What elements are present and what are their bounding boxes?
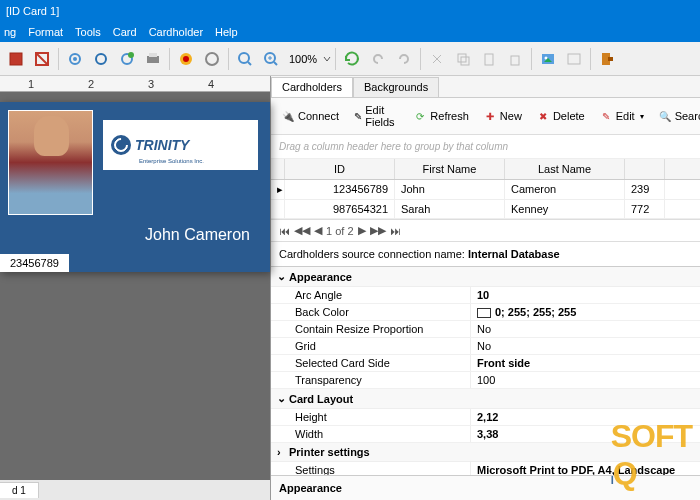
pager-back-icon[interactable]: ◀	[314, 224, 322, 237]
cardholder-grid: ID First Name Last Name ▸ 123456789 John…	[271, 159, 700, 220]
col-firstname[interactable]: First Name	[395, 159, 505, 179]
menu-item-cardholder[interactable]: Cardholder	[149, 26, 203, 38]
prop-row[interactable]: Back Color0; 255; 255; 255	[271, 304, 700, 321]
new-button[interactable]: ✚New	[479, 107, 526, 125]
menu-item-tools[interactable]: Tools	[75, 26, 101, 38]
delete-button[interactable]: ✖Delete	[532, 107, 589, 125]
pager-status: 1 of 2	[326, 225, 354, 237]
print-icon[interactable]	[141, 47, 165, 71]
zoom-level[interactable]: 100%	[285, 53, 321, 65]
record-icon[interactable]	[200, 47, 224, 71]
connect-button[interactable]: 🔌Connect	[277, 107, 343, 125]
logo-text: TRINITY	[135, 137, 189, 153]
grid-pager: ⏮ ◀◀ ◀ 1 of 2 ▶ ▶▶ ⏭	[271, 220, 700, 242]
prop-row[interactable]: Selected Card SideFront side	[271, 355, 700, 372]
prop-row[interactable]: SettingsMicrosoft Print to PDF, A4, Land…	[271, 462, 700, 475]
svg-rect-9	[149, 53, 157, 57]
pager-last-icon[interactable]: ⏭	[390, 225, 401, 237]
cardholder-name[interactable]: John Cameron	[145, 226, 250, 244]
image2-icon[interactable]	[562, 47, 586, 71]
menu-item-help[interactable]: Help	[215, 26, 238, 38]
property-grid: ⌄Appearance Arc Angle10 Back Color0; 255…	[271, 267, 700, 475]
canvas-tab[interactable]: d 1	[0, 482, 39, 498]
zoom-control: 100%	[233, 47, 331, 71]
svg-line-2	[36, 53, 48, 65]
col-id[interactable]: ID	[285, 159, 395, 179]
copy-icon[interactable]	[451, 47, 475, 71]
menu-item-format[interactable]: Format	[28, 26, 63, 38]
edit-fields-button[interactable]: ✎Edit Fields	[349, 102, 403, 130]
svg-point-13	[239, 53, 249, 63]
property-description: Appearance	[271, 475, 700, 500]
group-printer[interactable]: ›Printer settings	[271, 443, 700, 462]
pager-next-icon[interactable]: ▶	[358, 224, 366, 237]
tab-cardholders[interactable]: Cardholders	[271, 77, 353, 97]
cardholder-id[interactable]: 23456789	[0, 254, 69, 272]
cut-icon[interactable]	[425, 47, 449, 71]
svg-point-11	[183, 56, 189, 62]
menu-item[interactable]: ng	[4, 26, 16, 38]
refresh-icon[interactable]	[340, 47, 364, 71]
col-selector[interactable]	[271, 159, 285, 179]
tab-backgrounds[interactable]: Backgrounds	[353, 77, 439, 97]
prop-row[interactable]: Arc Angle10	[271, 287, 700, 304]
undo-icon[interactable]	[366, 47, 390, 71]
col-lastname[interactable]: Last Name	[505, 159, 625, 179]
menu-item-card[interactable]: Card	[113, 26, 137, 38]
group-layout[interactable]: ⌄Card Layout	[271, 389, 700, 409]
new-icon: ✚	[483, 109, 497, 123]
zoom-in-icon[interactable]	[259, 47, 283, 71]
gear-green-icon[interactable]	[115, 47, 139, 71]
zoom-out-icon[interactable]	[233, 47, 257, 71]
refresh-icon: ⟳	[413, 109, 427, 123]
svg-point-12	[206, 53, 218, 65]
paste-icon[interactable]	[477, 47, 501, 71]
table-row[interactable]: 987654321 Sarah Kenney 772	[271, 200, 700, 219]
svg-rect-29	[608, 57, 613, 61]
group-by-hint[interactable]: Drag a column header here to group by th…	[271, 135, 700, 159]
prop-row[interactable]: Contain Resize ProportionNo	[271, 321, 700, 338]
svg-rect-23	[485, 54, 493, 65]
panel-tabs: Cardholders Backgrounds	[271, 76, 700, 98]
prop-row[interactable]: GridNo	[271, 338, 700, 355]
plugin-icon[interactable]	[174, 47, 198, 71]
svg-line-14	[248, 62, 251, 65]
id-card-preview[interactable]: TRINITY Enterprise Solutions Inc. John C…	[0, 102, 270, 272]
search-button[interactable]: 🔍Search	[654, 107, 700, 125]
prop-row[interactable]: Height2,12	[271, 409, 700, 426]
cardholder-photo[interactable]	[8, 110, 93, 215]
delete-icon[interactable]	[503, 47, 527, 71]
design-canvas: 1234 TRINITY Enterprise Solutions Inc. J…	[0, 76, 271, 500]
svg-point-5	[96, 54, 106, 64]
pager-fwd-icon[interactable]: ▶▶	[370, 224, 386, 237]
toolbar-button[interactable]	[30, 47, 54, 71]
redo-icon[interactable]	[392, 47, 416, 71]
gear-icon[interactable]	[63, 47, 87, 71]
prop-row[interactable]: Transparency100	[271, 372, 700, 389]
menu-bar: ng Format Tools Card Cardholder Help	[0, 22, 700, 42]
cardholder-toolbar: 🔌Connect ✎Edit Fields ⟳Refresh ✚New ✖Del…	[271, 98, 700, 135]
svg-rect-22	[461, 57, 469, 65]
card-logo[interactable]: TRINITY Enterprise Solutions Inc.	[103, 120, 258, 170]
delete-icon: ✖	[536, 109, 550, 123]
image-icon[interactable]	[536, 47, 560, 71]
svg-rect-24	[511, 56, 519, 65]
edit2-icon: ✎	[599, 109, 613, 123]
pager-prev-icon[interactable]: ◀◀	[294, 224, 310, 237]
edit-button[interactable]: ✎Edit▾	[595, 107, 648, 125]
toolbar-button[interactable]	[4, 47, 28, 71]
refresh-button[interactable]: ⟳Refresh	[409, 107, 473, 125]
grid-header: ID First Name Last Name	[271, 159, 700, 180]
gear-blue-icon[interactable]	[89, 47, 113, 71]
group-appearance[interactable]: ⌄Appearance	[271, 267, 700, 287]
canvas-tabs: d 1	[0, 480, 270, 500]
exit-icon[interactable]	[595, 47, 619, 71]
prop-row[interactable]: Width3,38	[271, 426, 700, 443]
search-icon: 🔍	[658, 109, 672, 123]
col-extra[interactable]	[625, 159, 665, 179]
table-row[interactable]: ▸ 123456789 John Cameron 239	[271, 180, 700, 200]
svg-point-7	[128, 52, 134, 58]
svg-rect-21	[458, 54, 466, 62]
pager-first-icon[interactable]: ⏮	[279, 225, 290, 237]
connect-icon: 🔌	[281, 109, 295, 123]
